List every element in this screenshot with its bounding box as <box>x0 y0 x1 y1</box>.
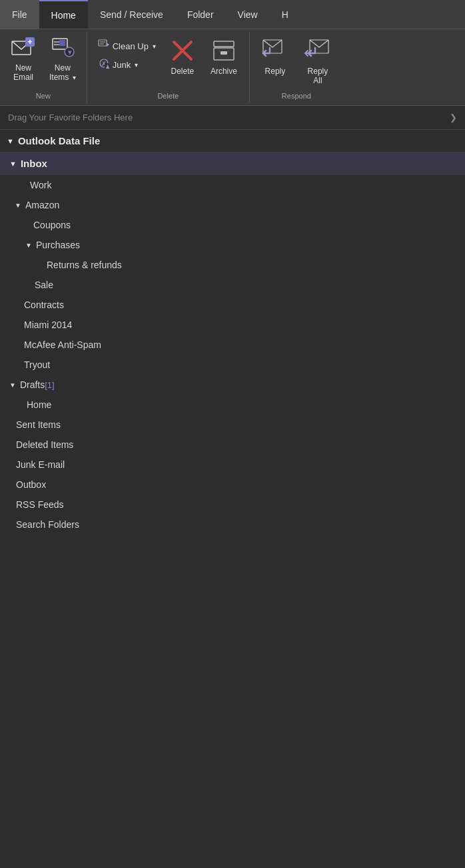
folder-item-junk-email[interactable]: Junk E-mail <box>0 455 465 475</box>
menu-file[interactable]: File <box>0 0 39 29</box>
folder-contracts-label: Contracts <box>24 300 64 310</box>
amazon-label: Amazon <box>25 200 59 210</box>
folder-coupons-label: Coupons <box>33 220 71 230</box>
svg-rect-9 <box>99 40 107 46</box>
folder-item-rss-feeds[interactable]: RSS Feeds <box>0 495 465 515</box>
purchases-arrow: ▼ <box>25 242 32 249</box>
favorites-collapse-icon[interactable]: ❯ <box>450 112 457 122</box>
folder-junk-email-label: Junk E-mail <box>16 459 65 470</box>
svg-text:♟: ♟ <box>105 64 109 69</box>
folder-item-coupons[interactable]: Coupons <box>0 215 465 235</box>
folder-item-outbox[interactable]: Outbox <box>0 475 465 495</box>
archive-icon <box>212 39 236 67</box>
reply-all-button[interactable]: ReplyAll <box>298 35 338 89</box>
folder-search-folders-label: Search Folders <box>16 519 79 530</box>
purchases-label: Purchases <box>36 240 80 250</box>
new-items-label: NewItems ▾ <box>49 63 76 83</box>
folder-rss-feeds-label: RSS Feeds <box>16 499 64 510</box>
junk-dropdown-arrow: ▾ <box>135 61 138 69</box>
inbox-arrow: ▼ <box>9 160 17 168</box>
folder-item-sale[interactable]: Sale <box>0 275 465 295</box>
reply-icon <box>262 39 288 67</box>
folder-deleted-label: Deleted Items <box>16 439 73 450</box>
inbox-label: Inbox <box>21 158 47 169</box>
cleanup-icon <box>98 39 110 53</box>
outlook-data-file-header[interactable]: ▼ Outlook Data File <box>0 130 465 152</box>
cleanup-dropdown-arrow: ▾ <box>153 43 156 50</box>
menu-h[interactable]: H <box>270 0 300 29</box>
svg-rect-19 <box>214 41 234 47</box>
folder-miami-label: Miami 2014 <box>24 320 72 330</box>
ribbon-respond-label: Respond <box>282 89 311 100</box>
folder-returns-label: Returns & refunds <box>47 260 122 270</box>
cleanup-label: Clean Up <box>113 41 149 51</box>
folder-item-mcafee[interactable]: McAfee Anti-Spam <box>0 335 465 355</box>
ribbon-delete-items: Clean Up ▾ ✗ ♟ Junk ▾ <box>93 35 244 89</box>
svg-text:▾: ▾ <box>67 49 71 56</box>
folder-item-deleted[interactable]: Deleted Items <box>0 435 465 455</box>
folder-home-label: Home <box>27 399 51 410</box>
folder-amazon-header[interactable]: ▼ Amazon <box>0 195 465 215</box>
ribbon-delete-label: Delete <box>157 89 179 100</box>
svg-rect-21 <box>221 51 227 55</box>
menu-folder[interactable]: Folder <box>175 0 226 29</box>
inbox-header[interactable]: ▼ Inbox <box>0 152 465 175</box>
reply-button[interactable]: Reply <box>255 35 295 80</box>
favorites-placeholder: Drag Your Favorite Folders Here <box>8 112 133 122</box>
new-email-icon: + <box>11 37 36 62</box>
junk-button[interactable]: ✗ ♟ Junk ▾ <box>93 56 161 73</box>
svg-marker-12 <box>107 43 109 47</box>
svg-rect-6 <box>59 40 65 46</box>
folder-item-contracts[interactable]: Contracts <box>0 295 465 315</box>
cleanup-button[interactable]: Clean Up ▾ <box>93 37 161 55</box>
menu-home[interactable]: Home <box>39 0 88 29</box>
menu-send-receive[interactable]: Send / Receive <box>88 0 175 29</box>
outlook-data-file-label: Outlook Data File <box>18 135 100 146</box>
ribbon-group-new: + NewEmail ▾ NewItems ▾ <box>0 32 87 103</box>
junk-label: Junk <box>113 60 131 70</box>
outlook-data-file-arrow: ▼ <box>7 137 14 145</box>
folder-item-work[interactable]: Work <box>0 175 465 195</box>
folder-tryout-label: Tryout <box>24 359 50 370</box>
delete-button[interactable]: Delete <box>164 35 201 80</box>
drafts-badge: [1] <box>45 380 54 390</box>
ribbon-cleanup-junk-column: Clean Up ▾ ✗ ♟ Junk ▾ <box>93 35 161 73</box>
new-items-icon: ▾ <box>50 37 75 62</box>
folder-item-search-folders[interactable]: Search Folders <box>0 515 465 535</box>
folder-drafts-header[interactable]: ▼ Drafts[1] <box>0 375 465 395</box>
new-email-button[interactable]: + NewEmail <box>5 35 41 85</box>
folder-item-miami[interactable]: Miami 2014 <box>0 315 465 335</box>
archive-button[interactable]: Archive <box>204 35 244 80</box>
folder-item-returns[interactable]: Returns & refunds <box>0 255 465 275</box>
new-items-button[interactable]: ▾ NewItems ▾ <box>44 35 81 85</box>
ribbon-group-delete: Clean Up ▾ ✗ ♟ Junk ▾ <box>87 32 250 103</box>
reply-all-label: ReplyAll <box>308 67 328 85</box>
folder-purchases-header[interactable]: ▼ Purchases <box>0 235 465 255</box>
folder-work-label: Work <box>30 180 51 190</box>
amazon-arrow: ▼ <box>15 202 21 209</box>
menu-bar: File Home Send / Receive Folder View H <box>0 0 465 29</box>
junk-icon: ✗ ♟ <box>98 58 110 71</box>
archive-label: Archive <box>211 67 237 76</box>
new-email-label: NewEmail <box>13 63 33 83</box>
folder-outbox-label: Outbox <box>16 479 46 490</box>
ribbon-respond-items: Reply ReplyAll <box>255 35 338 89</box>
menu-view[interactable]: View <box>226 0 270 29</box>
ribbon-new-items: + NewEmail ▾ NewItems ▾ <box>5 35 81 89</box>
ribbon: + NewEmail ▾ NewItems ▾ <box>0 29 465 106</box>
drafts-label: Drafts <box>20 379 45 390</box>
delete-label: Delete <box>171 67 195 76</box>
ribbon-group-respond: Reply ReplyAll Respond <box>250 32 343 103</box>
drafts-arrow: ▼ <box>9 381 16 389</box>
favorites-bar: Drag Your Favorite Folders Here ❯ <box>0 106 465 130</box>
folder-tree: ▼ Outlook Data File ▼ Inbox Work ▼ Amazo… <box>0 130 465 535</box>
delete-icon <box>171 39 195 67</box>
folder-item-home[interactable]: Home <box>0 395 465 415</box>
folder-sent-label: Sent Items <box>16 419 61 430</box>
folder-mcafee-label: McAfee Anti-Spam <box>24 339 101 350</box>
reply-label: Reply <box>265 67 286 76</box>
folder-item-tryout[interactable]: Tryout <box>0 355 465 375</box>
svg-text:+: + <box>27 37 32 47</box>
folder-item-sent[interactable]: Sent Items <box>0 415 465 435</box>
folder-sale-label: Sale <box>35 280 53 290</box>
